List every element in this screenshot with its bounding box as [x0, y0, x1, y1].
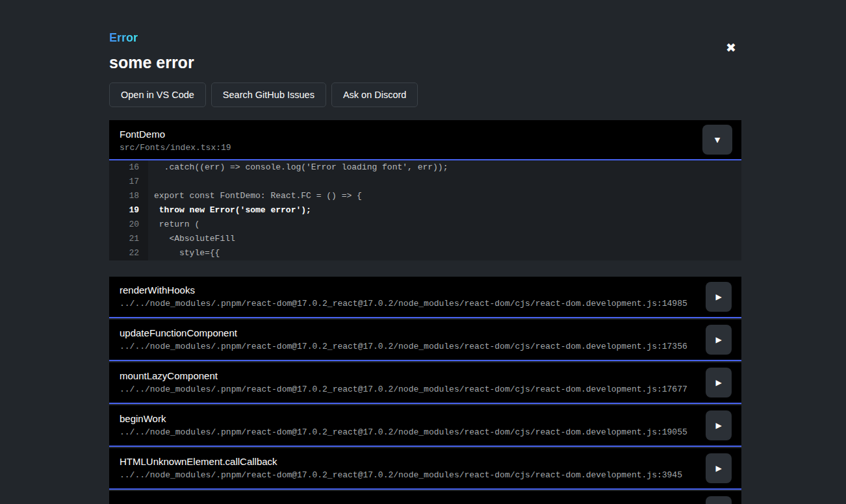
stack-frame-title: updateFunctionComponent	[120, 327, 731, 338]
line-number: 18	[109, 189, 148, 203]
code-line: 20 return (	[109, 218, 741, 232]
expand-frame-button[interactable]: ▶	[706, 325, 732, 355]
expand-frame-button[interactable]: ▶	[706, 410, 732, 440]
open-in-vscode-button[interactable]: Open in VS Code	[109, 82, 206, 107]
line-number: 19	[109, 203, 148, 218]
stack-frame-path: ../../node_modules/.pnpm/react-dom@17.0.…	[120, 427, 731, 437]
error-overlay: Error some error Open in VS Code Search …	[109, 0, 741, 504]
line-number: 21	[109, 232, 148, 246]
play-icon: ▶	[715, 379, 721, 386]
code-text: <AbsoluteFill	[148, 232, 235, 246]
code-frame-location: src/Fonts/index.tsx:19	[120, 143, 731, 153]
stack-frame-title: renderWithHooks	[120, 284, 731, 296]
code-line: 18 export const FontDemo: React.FC = () …	[109, 189, 741, 203]
code-line-highlighted: 19 throw new Error('some error');	[109, 203, 741, 218]
stack-trace-list: renderWithHooks ../../node_modules/.pnpm…	[109, 277, 741, 504]
line-number: 16	[109, 160, 148, 175]
stack-frame-partial: ▶	[109, 491, 741, 504]
play-icon: ▶	[715, 464, 721, 472]
search-github-issues-button[interactable]: Search GitHub Issues	[211, 82, 326, 107]
play-icon: ▶	[715, 293, 721, 301]
action-buttons-row: Open in VS Code Search GitHub Issues Ask…	[109, 82, 741, 107]
chevron-down-icon: ▼	[715, 136, 720, 144]
stack-frame-path: ../../node_modules/.pnpm/react-dom@17.0.…	[120, 470, 731, 480]
play-icon: ▶	[715, 336, 721, 344]
expand-frame-button[interactable]: ▶	[706, 453, 732, 483]
expand-frame-button[interactable]: ▶	[706, 282, 732, 312]
code-text: .catch((err) => console.log('Error loadi…	[148, 160, 448, 175]
error-type-label: Error	[109, 31, 138, 45]
expand-frame-button[interactable]: ▶	[706, 368, 732, 397]
code-frame-title: FontDemo	[120, 129, 731, 140]
code-frame-header: FontDemo src/Fonts/index.tsx:19 ▼	[109, 120, 741, 160]
stack-frame-updatefunctioncomponent: updateFunctionComponent ../../node_modul…	[109, 320, 741, 361]
line-number: 17	[109, 175, 148, 189]
stack-frame-path: ../../node_modules/.pnpm/react-dom@17.0.…	[120, 299, 731, 309]
stack-frame-beginwork: beginWork ../../node_modules/.pnpm/react…	[109, 405, 741, 447]
expand-frame-button[interactable]: ▶	[706, 496, 732, 504]
error-message-title: some error	[109, 53, 741, 72]
code-text: export const FontDemo: React.FC = () => …	[148, 189, 362, 203]
line-number: 22	[109, 246, 148, 260]
ask-on-discord-button[interactable]: Ask on Discord	[331, 82, 418, 107]
stack-frame-title: HTMLUnknownElement.callCallback	[120, 456, 731, 467]
code-line: 16 .catch((err) => console.log('Error lo…	[109, 160, 741, 175]
stack-frame-path: ../../node_modules/.pnpm/react-dom@17.0.…	[120, 384, 731, 394]
stack-frame-callcallback: HTMLUnknownElement.callCallback ../../no…	[109, 448, 741, 490]
code-text	[148, 175, 154, 189]
code-line: 22 style={{	[109, 246, 741, 260]
code-block: 16 .catch((err) => console.log('Error lo…	[109, 160, 741, 260]
code-text: return (	[148, 218, 199, 232]
code-text: throw new Error('some error');	[148, 203, 311, 218]
line-number: 20	[109, 218, 148, 232]
stack-frame-path: ../../node_modules/.pnpm/react-dom@17.0.…	[120, 342, 731, 351]
collapse-code-button[interactable]: ▼	[702, 125, 732, 155]
stack-frame-title: beginWork	[120, 413, 731, 424]
stack-frame-renderwithhooks: renderWithHooks ../../node_modules/.pnpm…	[109, 277, 741, 318]
code-line: 17	[109, 175, 741, 189]
stack-frame-mountlazycomponent: mountLazyComponent ../../node_modules/.p…	[109, 362, 741, 404]
code-line: 21 <AbsoluteFill	[109, 232, 741, 246]
stack-frame-title: mountLazyComponent	[120, 370, 731, 381]
code-frame-panel: FontDemo src/Fonts/index.tsx:19 ▼ 16 .ca…	[109, 120, 741, 260]
play-icon: ▶	[715, 422, 721, 429]
code-text: style={{	[148, 246, 220, 260]
